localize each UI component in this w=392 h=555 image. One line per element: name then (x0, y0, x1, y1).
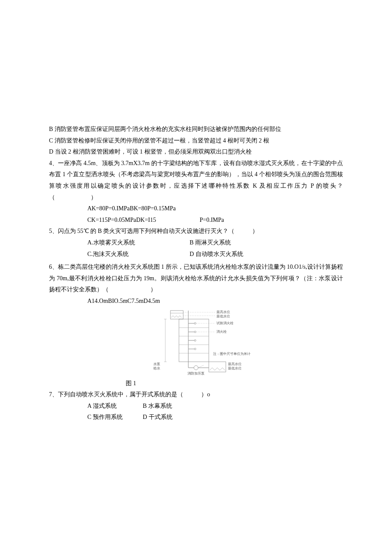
fig-label-side2: 给水 (153, 366, 160, 370)
q5-option-c: C.泡沫灭火系统 (87, 249, 190, 260)
fig-label-bottom-high: 最高水位 (228, 362, 242, 366)
fig-label-bottom-low: 最低水位 (228, 366, 242, 370)
q7-text: 7、下列自动喷水灭火系统中，属于开式系统的是（ ）o (49, 389, 343, 401)
fig-label-side1: 水泵 (153, 362, 160, 366)
svg-line-27 (198, 365, 204, 368)
svg-rect-16 (209, 362, 226, 372)
fig-label-top1: 最高水位 (216, 310, 230, 314)
q5-option-b: B 雨淋灭火系统 (190, 237, 343, 249)
q4-text: 4、一座净高 4.5m、顶板为 3.7mX3.7m 的十字梁结构的地下车库，设有… (49, 158, 343, 203)
q3-option-b: B 消防竖管布置应保证同层两个消火栓水枪的充实水柱同时到达被保护范围内的任何部位 (49, 124, 343, 135)
q3-option-c: C 消防竖管检修时应保证关闭停用的竖管不超过一根，当竖管超过 4 根时可关闭 2… (49, 135, 343, 147)
svg-point-15 (194, 348, 196, 350)
q7-option-a: A 湿式系统 (87, 401, 143, 412)
q6-text: 6、栋二类高层住宅楼的消火栓灭火系统图 1 所示，已知该系统消火栓给水泵的设计流… (49, 262, 343, 296)
svg-point-17 (194, 366, 198, 370)
q6-figure-caption: 图 1 (126, 378, 136, 389)
q5-option-d: D 自动喷水灭火系统 (190, 249, 343, 260)
q5-option-a: A.水喷雾灭火系统 (87, 237, 190, 249)
fig-label-test-hydrant: 试验消火栓 (216, 321, 233, 325)
q7-option-c: C 预作用系统 (87, 412, 143, 423)
q4-opt-d-right: P=0.IMPa (200, 217, 224, 223)
q4-opt-c-d-left: CK=115P=0.05MPaDK=I15 (87, 215, 198, 226)
q6-options: A14.OmBIO.5mC7.5mD4.5m (49, 296, 343, 307)
q4-options-line1: AK=80P=0.IMPaBK=80P=0.15MPa (49, 203, 343, 215)
fig-label-hydrant: 消火栓 (216, 330, 227, 334)
q5-text: 5、闪点为 55℃ 的 B 类火灾可选用下列何种自动灭火设施进行灭火？（ ） (49, 226, 343, 237)
svg-rect-0 (170, 311, 183, 319)
svg-point-9 (194, 323, 196, 324)
q7-options-row1: A 湿式系统 B 水幕系统 (49, 401, 343, 412)
svg-point-11 (194, 331, 196, 333)
q7-option-d: D 干式系统 (143, 412, 198, 423)
q4-options-line2: CK=115P=0.05MPaDK=I15 P=0.IMPa (49, 215, 343, 226)
fig-label-pump: 消防加压泵 (187, 372, 205, 375)
q6-figure: 最高水位 最低水位 试验消火栓 消火栓 注：图中尺寸单位为米计 消防加压泵 最高… (141, 308, 251, 376)
q7-option-b: B 水幕系统 (143, 401, 198, 412)
q5-options-row1: A.水喷雾灭火系统 B 雨淋灭火系统 (49, 237, 343, 249)
q5-options-row2: C.泡沫灭火系统 D 自动喷水灭火系统 (49, 249, 343, 260)
q7-options-row2: C 预作用系统 D 干式系统 (49, 412, 343, 423)
svg-point-13 (194, 340, 196, 341)
q3-option-d: D 当设 2 根消防竖管困难时，可设 1 根竖管，但必须采用双阀双出口型消火栓 (49, 146, 343, 158)
fig-label-note: 注：图中尺寸单位为米计 (213, 352, 251, 356)
fig-label-top2: 最低水位 (216, 314, 230, 318)
